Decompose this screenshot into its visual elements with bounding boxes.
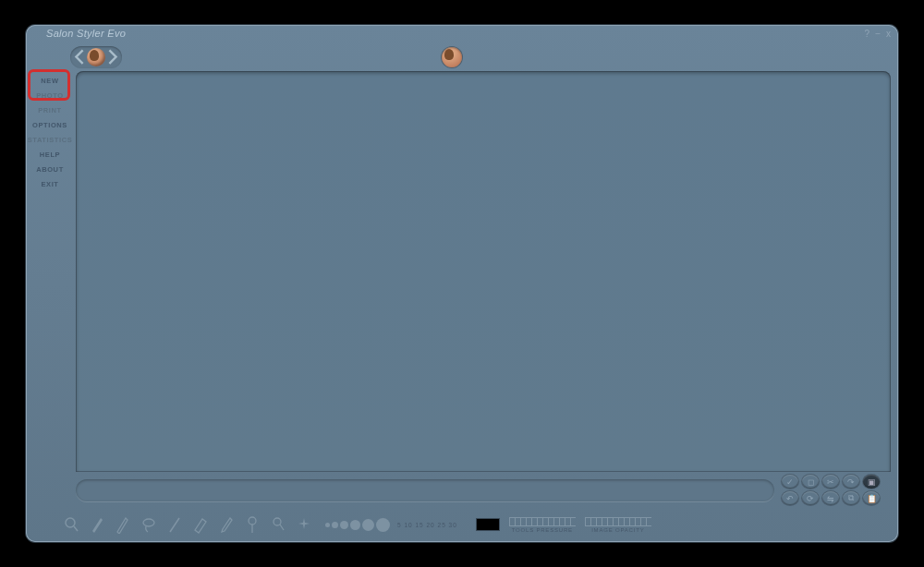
svg-point-2 — [143, 519, 154, 526]
copy-icon[interactable]: ⧉ — [843, 491, 859, 505]
sparkle-icon[interactable] — [296, 513, 312, 536]
rotate-icon[interactable]: ⟳ — [802, 491, 819, 505]
size-dot-10[interactable] — [332, 522, 338, 528]
svg-point-4 — [249, 517, 256, 525]
window-controls: ? − x — [865, 29, 891, 39]
line-icon[interactable] — [166, 513, 183, 536]
svg-point-0 — [66, 518, 75, 527]
svg-line-7 — [280, 525, 284, 530]
sidemenu-help[interactable]: HELP — [26, 147, 74, 162]
crop-icon[interactable]: ◻ — [802, 475, 819, 489]
undo-icon[interactable]: ↶ — [782, 491, 798, 505]
sidemenu-exit[interactable]: EXIT — [26, 176, 74, 191]
pencil-icon[interactable] — [115, 513, 131, 536]
eraser-icon[interactable] — [192, 513, 209, 536]
sidemenu-about[interactable]: ABOUT — [26, 162, 74, 176]
flip-icon[interactable]: ⇋ — [822, 491, 839, 505]
size-dot-15[interactable] — [340, 521, 348, 529]
redo-icon[interactable]: ↷ — [843, 475, 859, 489]
size-dot-5[interactable] — [325, 523, 330, 527]
image-opacity-slider[interactable]: IMAGE OPACITY — [585, 517, 651, 533]
svg-line-1 — [74, 526, 78, 531]
workspace-canvas[interactable] — [76, 71, 891, 472]
toolbar: 5 10 15 20 25 30 TOOLS PRESSURE IMAGE OP… — [63, 511, 889, 538]
sidemenu-print[interactable]: PRINT — [26, 103, 74, 117]
sidemenu-options[interactable]: OPTIONS — [26, 117, 74, 132]
titlebar: Salon Styler Evo ? − x — [26, 25, 898, 42]
brush-size-scale: 5 10 15 20 25 30 — [397, 522, 457, 528]
opacity-track[interactable] — [585, 517, 651, 526]
info-strip: ✓ ◻ ✂ ↷ ▣ ↶ ⟳ ⇋ ⧉ 📋 — [76, 474, 891, 507]
cut-icon[interactable]: ✂ — [822, 475, 839, 489]
prev-model-button[interactable] — [74, 49, 85, 66]
next-model-button[interactable] — [107, 49, 118, 66]
paste-icon[interactable]: 📋 — [863, 491, 880, 505]
tools-pressure-slider[interactable]: TOOLS PRESSURE — [509, 517, 576, 533]
app-title: Salon Styler Evo — [46, 28, 126, 39]
model-nav — [70, 46, 122, 68]
sidemenu: NEW PHOTO PRINT OPTIONS STATISTICS HELP … — [26, 73, 74, 191]
opacity-label: IMAGE OPACITY — [591, 527, 644, 533]
topbar — [70, 43, 889, 71]
close-button[interactable]: x — [886, 29, 891, 39]
app-frame: Salon Styler Evo ? − x NEW PHOTO PRINT O… — [26, 25, 898, 542]
brush-icon[interactable] — [89, 513, 105, 536]
lasso-icon[interactable] — [140, 513, 157, 536]
brush-size-selector[interactable] — [325, 518, 390, 532]
size-dot-25[interactable] — [362, 519, 374, 531]
color-swatch[interactable] — [476, 518, 500, 531]
model-avatar[interactable] — [87, 48, 105, 66]
info-bar — [76, 479, 774, 501]
zoom-icon[interactable] — [63, 513, 79, 536]
svg-point-6 — [274, 518, 281, 525]
layers-icon[interactable]: ▣ — [863, 475, 880, 489]
svg-line-3 — [170, 518, 179, 532]
size-dot-20[interactable] — [350, 520, 360, 530]
pressure-track[interactable] — [509, 517, 576, 526]
current-model-avatar[interactable] — [442, 47, 462, 67]
check-icon[interactable]: ✓ — [782, 475, 798, 489]
pressure-label: TOOLS PRESSURE — [512, 527, 573, 533]
sidemenu-new[interactable]: NEW — [26, 73, 74, 88]
help-button[interactable]: ? — [865, 29, 870, 39]
action-buttons: ✓ ◻ ✂ ↷ ▣ ↶ ⟳ ⇋ ⧉ 📋 — [782, 475, 891, 506]
zoom2-icon[interactable] — [270, 513, 286, 536]
minimize-button[interactable]: − — [875, 29, 881, 39]
gradient-icon[interactable] — [244, 513, 261, 536]
eyedropper-icon[interactable] — [218, 513, 235, 536]
sidemenu-photo[interactable]: PHOTO — [26, 88, 74, 103]
sidemenu-statistics[interactable]: STATISTICS — [26, 132, 74, 147]
size-dot-30[interactable] — [376, 518, 390, 532]
